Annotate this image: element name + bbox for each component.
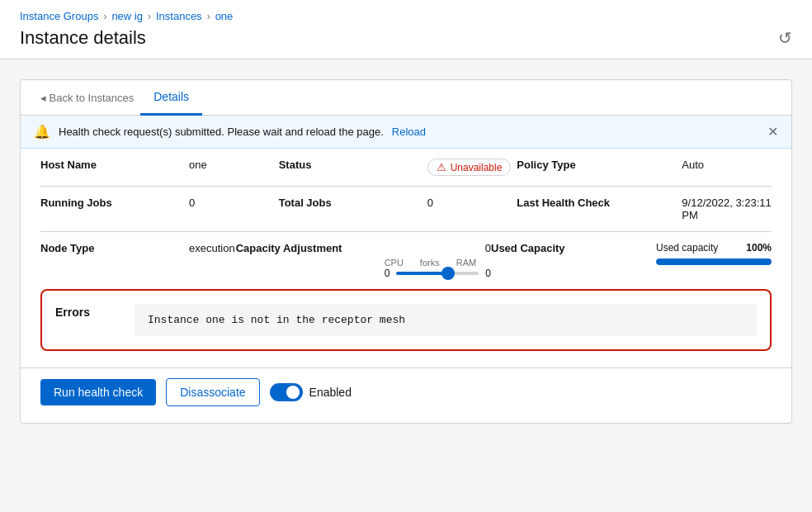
bell-icon: 🔔	[34, 124, 50, 140]
breadcrumb-sep-2: ›	[148, 11, 151, 22]
status-badge: ⚠ Unavailable	[427, 159, 512, 176]
footer-actions: Run health check Disassociate Enabled	[21, 367, 791, 423]
errors-content: Instance one is not in the receptor mesh	[135, 304, 757, 336]
tab-bar: ◂ Back to Instances Details	[21, 80, 791, 116]
enabled-toggle-wrap: Enabled	[270, 383, 352, 401]
tab-details[interactable]: Details	[140, 80, 202, 116]
last-health-check-label: Last Health Check	[517, 197, 682, 211]
node-type-label: Node Type	[40, 242, 189, 254]
host-name-label: Host Name	[40, 159, 189, 171]
capacity-adjustment-label: Capacity Adjustment	[236, 242, 385, 254]
history-icon[interactable]: ↺	[778, 28, 792, 48]
running-jobs-label: Running Jobs	[40, 197, 189, 211]
capacity-adjustment-controls: 0 CPU forks RAM 0 0	[385, 242, 491, 279]
progress-bar-fill	[656, 258, 772, 265]
progress-bar	[656, 258, 772, 265]
used-capacity-text: Used capacity	[656, 242, 718, 254]
breadcrumb: Instance Groups › new ig › Instances › o…	[20, 10, 792, 22]
forks-count: 0	[485, 242, 491, 254]
policy-type-value: Auto	[682, 159, 772, 171]
page-title: Instance details	[20, 27, 146, 49]
alert-reload-link[interactable]: Reload	[392, 126, 426, 138]
alert-message: Health check request(s) submitted. Pleas…	[59, 126, 384, 138]
errors-section: Errors Instance one is not in the recept…	[40, 289, 772, 351]
cpu-value: 0	[385, 268, 390, 279]
errors-label: Errors	[55, 304, 121, 319]
used-capacity-section: Used capacity 100%	[656, 242, 772, 265]
total-jobs-value: 0	[427, 197, 517, 209]
used-capacity-percent: 100%	[746, 242, 772, 254]
breadcrumb-new-ig[interactable]: new ig	[111, 10, 143, 22]
used-capacity-label: Used Capacity	[491, 242, 656, 254]
breadcrumb-sep-3: ›	[207, 11, 210, 22]
breadcrumb-instances[interactable]: Instances	[156, 10, 202, 22]
total-jobs-label: Total Jobs	[279, 197, 427, 209]
ram-value: 0	[485, 268, 491, 279]
breadcrumb-sep-1: ›	[103, 11, 106, 22]
status-label: Status	[279, 159, 427, 171]
run-health-check-button[interactable]: Run health check	[40, 379, 156, 405]
node-type-value: execution	[189, 242, 236, 254]
running-jobs-value: 0	[189, 197, 279, 209]
alert-close-button[interactable]: ✕	[767, 124, 778, 140]
breadcrumb-one[interactable]: one	[215, 10, 234, 22]
alert-bar: 🔔 Health check request(s) submitted. Ple…	[21, 116, 791, 149]
back-to-instances-link[interactable]: ◂ Back to Instances	[34, 82, 140, 114]
capacity-slider[interactable]	[396, 272, 479, 275]
breadcrumb-instance-groups[interactable]: Instance Groups	[20, 10, 98, 22]
enabled-toggle[interactable]	[270, 383, 303, 401]
enabled-label: Enabled	[309, 386, 352, 399]
policy-type-label: Policy Type	[517, 159, 682, 171]
status-value: ⚠ Unavailable	[427, 159, 517, 176]
disassociate-button[interactable]: Disassociate	[166, 378, 259, 406]
host-name-value: one	[189, 159, 279, 171]
warning-icon: ⚠	[437, 161, 446, 173]
toggle-slider	[270, 383, 303, 401]
last-health-check-value: 9/12/2022, 3:23:11 PM	[682, 197, 772, 221]
